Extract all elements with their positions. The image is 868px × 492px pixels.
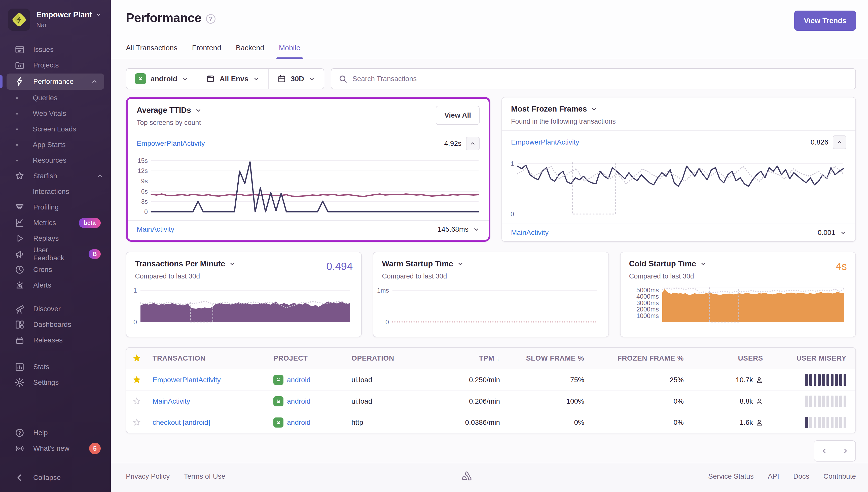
terms-of-use-link[interactable]: Terms of Use (184, 472, 225, 481)
sidebar-item-interactions[interactable]: Interactions (0, 184, 111, 199)
date-range-filter[interactable]: 30D (268, 69, 324, 89)
contribute-link[interactable]: Contribute (823, 472, 856, 481)
service-status-link[interactable]: Service Status (708, 472, 754, 481)
view-trends-button[interactable]: View Trends (794, 10, 856, 31)
docs-link[interactable]: Docs (793, 472, 809, 481)
star-cell[interactable] (132, 397, 153, 405)
chevron-down-icon (182, 76, 188, 82)
column-header[interactable]: FROZEN FRAME % (584, 354, 684, 362)
transaction-link[interactable]: EmpowerPlantActivity (511, 138, 579, 146)
sidebar-item-metrics[interactable]: Metrics beta (0, 215, 111, 231)
org-switcher[interactable]: Empower Plant Nar (0, 0, 111, 37)
star-cell[interactable] (132, 418, 153, 427)
chevron-down-icon[interactable] (195, 107, 202, 114)
sidebar-item-stats[interactable]: Stats (0, 359, 111, 375)
chevron-down-icon[interactable] (229, 261, 236, 267)
megaphone-icon (14, 249, 25, 259)
sidebar-item-help[interactable]: ? Help (0, 425, 111, 441)
sidebar-item-discover[interactable]: Discover (0, 301, 111, 317)
search-input[interactable] (353, 75, 848, 83)
transaction-link[interactable]: MainActivity (511, 229, 548, 237)
sidebar-item-whats-new[interactable]: What's new 5 (0, 441, 111, 456)
column-header[interactable]: USER MISERY (763, 354, 846, 362)
sidebar-item-starfish[interactable]: Starfish (0, 168, 111, 184)
api-link[interactable]: API (768, 472, 779, 481)
project-link[interactable]: android (287, 376, 310, 384)
chevron-down-icon[interactable] (457, 261, 464, 267)
sidebar-item-settings[interactable]: Settings (0, 375, 111, 390)
issues-icon (14, 45, 25, 55)
avg-ttids-chart: 15s12s9s6s3s0 (132, 156, 482, 218)
column-header[interactable]: TRANSACTION (153, 354, 273, 362)
bullet-icon (16, 97, 18, 99)
column-header[interactable]: USERS (684, 354, 763, 362)
transactions-table: TRANSACTION PROJECT OPERATION TPM↓ SLOW … (126, 347, 856, 433)
previous-page-button[interactable] (814, 441, 835, 461)
sidebar-item-app-starts[interactable]: App Starts (0, 137, 111, 153)
transaction-link[interactable]: MainActivity (137, 225, 174, 233)
app: Empower Plant Nar Issues Projects Perfor… (0, 0, 868, 492)
sidebar-item-label: What's new (33, 444, 70, 452)
privacy-policy-link[interactable]: Privacy Policy (126, 472, 170, 481)
column-header-sorted[interactable]: TPM↓ (434, 354, 500, 362)
project-link[interactable]: android (287, 397, 310, 405)
transaction-link[interactable]: checkout [android] (153, 418, 210, 426)
column-header[interactable]: PROJECT (273, 354, 352, 362)
view-all-button[interactable]: View All (436, 106, 480, 125)
sidebar-item-resources[interactable]: Resources (0, 153, 111, 168)
project-filter[interactable]: android (126, 69, 197, 89)
column-header[interactable]: OPERATION (352, 354, 434, 362)
active-indicator (0, 75, 2, 88)
table-row[interactable]: checkout [android] android http 0.0386/m… (126, 412, 856, 433)
star-cell[interactable] (132, 376, 153, 384)
tab-frontend[interactable]: Frontend (192, 44, 221, 59)
panel-subtitle: Compared to last 30d (382, 272, 464, 280)
star-column-header[interactable] (132, 354, 153, 363)
sidebar-item-web-vitals[interactable]: Web Vitals (0, 106, 111, 121)
sidebar-item-projects[interactable]: Projects (0, 57, 111, 73)
next-page-button[interactable] (835, 441, 856, 461)
tpm-cell: 0.206/min (434, 397, 500, 405)
archive-icon (14, 335, 25, 345)
help-circle-icon[interactable]: ? (206, 14, 215, 24)
svg-text:2000ms: 2000ms (636, 306, 659, 313)
sidebar-item-profiling[interactable]: Profiling (0, 199, 111, 215)
collapse-chevron-button[interactable] (833, 136, 846, 149)
panel-subtitle: Found in the following transactions (511, 118, 616, 125)
sidebar-nav: Issues Projects Performance Queries Web … (0, 37, 111, 492)
svg-text:3000ms: 3000ms (636, 299, 659, 306)
tab-all-transactions[interactable]: All Transactions (126, 44, 177, 59)
table-row[interactable]: EmpowerPlantActivity android ui.load 0.2… (126, 369, 856, 391)
chevron-down-icon[interactable] (591, 106, 597, 112)
column-header[interactable]: SLOW FRAME % (500, 354, 584, 362)
transaction-link[interactable]: MainActivity (153, 397, 190, 405)
table-row[interactable]: MainActivity android ui.load 0.206/min 1… (126, 391, 856, 412)
sidebar-item-queries[interactable]: Queries (0, 90, 111, 106)
environment-filter[interactable]: All Envs (197, 69, 268, 89)
sidebar-item-performance[interactable]: Performance (6, 74, 104, 90)
expand-chevron-icon[interactable] (840, 229, 846, 236)
org-subtitle: Nar (36, 21, 101, 29)
tab-mobile[interactable]: Mobile (279, 44, 300, 59)
sidebar-item-replays[interactable]: Replays (0, 231, 111, 246)
expand-chevron-icon[interactable] (473, 226, 480, 233)
sidebar-item-issues[interactable]: Issues (0, 42, 111, 57)
sentry-logo (461, 471, 473, 482)
collapse-chevron-button[interactable] (466, 137, 480, 150)
sidebar-item-user-feedback[interactable]: User Feedback B (0, 246, 111, 262)
svg-text:1: 1 (133, 287, 137, 294)
sidebar-collapse-button[interactable]: Collapse (0, 470, 111, 486)
transaction-link[interactable]: EmpowerPlantActivity (137, 140, 205, 148)
sidebar-item-dashboards[interactable]: Dashboards (0, 317, 111, 333)
chevron-down-icon[interactable] (700, 261, 707, 267)
project-link[interactable]: android (287, 418, 310, 426)
user-misery-bars (805, 396, 846, 407)
transaction-summary-row: MainActivity 0.001 (502, 224, 856, 241)
sidebar-item-alerts[interactable]: Alerts (0, 277, 111, 293)
transaction-link[interactable]: EmpowerPlantActivity (153, 376, 221, 384)
sidebar-item-releases[interactable]: Releases (0, 333, 111, 348)
tab-backend[interactable]: Backend (236, 44, 264, 59)
sidebar-item-screen-loads[interactable]: Screen Loads (0, 121, 111, 137)
svg-text:0: 0 (385, 319, 389, 325)
sidebar-item-crons[interactable]: Crons (0, 262, 111, 277)
